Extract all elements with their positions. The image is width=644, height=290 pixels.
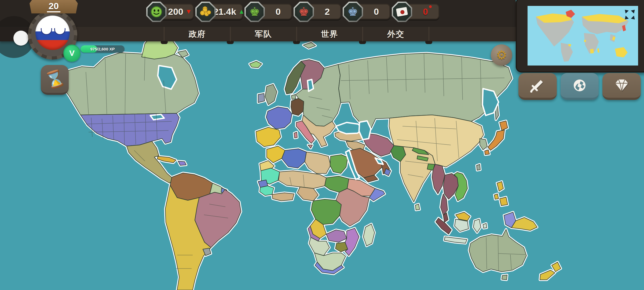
alert-dot xyxy=(429,5,432,8)
premium-button[interactable] xyxy=(602,73,641,100)
resource-blue-king[interactable]: ♚ 0 xyxy=(343,2,390,21)
game-screen: 200▼ 21.4k▲ ♚ 0 ♚ 2 ♚ 0 0 政府 军队 xyxy=(0,0,644,290)
resource-green-king[interactable]: ♚ 0 xyxy=(244,2,292,21)
tab-world-label: 世界 xyxy=(321,29,338,40)
war-button[interactable] xyxy=(518,73,557,100)
minimap-frame xyxy=(516,0,644,73)
sword-icon xyxy=(529,77,546,94)
trend-up-icon: ▲ xyxy=(238,8,245,15)
blue-king-value: 0 xyxy=(374,6,379,17)
level-banner: 20 xyxy=(30,0,78,13)
xp-bar: 975/2,600 XP xyxy=(80,45,125,53)
minimap[interactable] xyxy=(528,6,638,66)
rank-letter: V xyxy=(69,49,75,58)
main-tab-bar: 政府 军队 世界 外交 xyxy=(0,27,516,41)
gold-coins-icon xyxy=(195,2,216,22)
trend-down-icon: ▼ xyxy=(185,8,192,15)
tab-diplomacy-label: 外交 xyxy=(387,29,404,40)
world-button[interactable] xyxy=(561,73,599,100)
white-circle-button[interactable] xyxy=(13,31,28,46)
envelope-seal-icon xyxy=(392,2,412,22)
gear-icon: ⚙ xyxy=(496,48,507,62)
blue-king-icon: ♚ xyxy=(343,2,363,22)
tab-military-label: 军队 xyxy=(255,29,272,40)
rank-badge[interactable]: V xyxy=(63,45,80,62)
happiness-value: 200 xyxy=(168,6,183,17)
resource-list: 200▼ 21.4k▲ ♚ 0 ♚ 2 ♚ 0 0 xyxy=(146,2,441,21)
resource-messages[interactable]: 0 xyxy=(392,2,439,21)
messages-value: 0 xyxy=(423,6,428,17)
tab-military[interactable]: 军队 xyxy=(230,27,296,41)
hourglass-button[interactable]: ⌛ xyxy=(41,65,69,95)
resource-gold[interactable]: 21.4k▲ xyxy=(195,2,243,21)
globe-icon xyxy=(572,77,588,93)
level-value: 20 xyxy=(47,1,60,12)
red-king-icon: ♚ xyxy=(294,2,314,22)
diamond-icon xyxy=(613,77,630,94)
russia-countryball-avatar[interactable] xyxy=(35,16,70,50)
green-king-icon: ♚ xyxy=(244,2,265,22)
tab-government-label: 政府 xyxy=(189,29,206,40)
avatar-eye xyxy=(54,28,65,35)
action-button-row xyxy=(518,73,644,98)
hourglass-icon: ⌛ xyxy=(43,67,67,90)
resource-red-king[interactable]: ♚ 2 xyxy=(294,2,341,21)
resource-happiness[interactable]: 200▼ xyxy=(146,2,194,21)
gold-value: 21.4k xyxy=(213,6,236,17)
happiness-smiley-icon xyxy=(146,2,167,22)
tab-diplomacy[interactable]: 外交 xyxy=(362,27,429,41)
tab-world[interactable]: 世界 xyxy=(296,27,363,41)
xp-text: 975/2,600 XP xyxy=(80,45,125,53)
tab-government[interactable]: 政府 xyxy=(164,27,230,41)
avatar-eye xyxy=(41,28,52,35)
red-king-value: 2 xyxy=(325,6,330,17)
settings-button[interactable]: ⚙ xyxy=(491,44,512,66)
green-king-value: 0 xyxy=(276,6,281,17)
